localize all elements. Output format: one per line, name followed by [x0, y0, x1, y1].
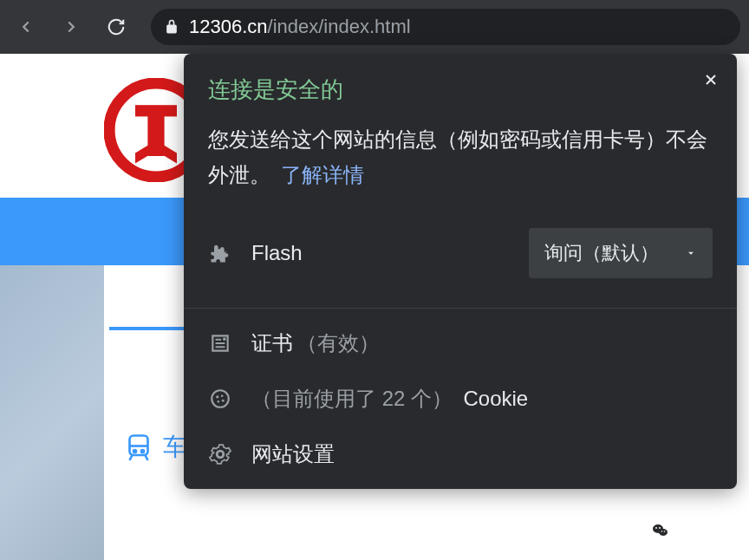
popup-title: 连接是安全的	[208, 75, 713, 105]
wechat-icon	[650, 520, 671, 541]
svg-point-10	[221, 394, 224, 397]
cookie-icon	[208, 387, 232, 411]
divider	[184, 308, 737, 309]
close-button[interactable]	[702, 71, 720, 88]
svg-point-13	[218, 451, 224, 457]
certificate-icon	[208, 331, 232, 355]
cert-status: （有效）	[296, 331, 380, 355]
lock-icon[interactable]	[163, 18, 180, 36]
svg-point-12	[222, 399, 225, 401]
site-settings-label: 网站设置	[251, 440, 335, 468]
flash-label: Flash	[251, 241, 303, 265]
svg-point-20	[664, 531, 666, 532]
site-info-popup: 连接是安全的 您发送给这个网站的信息（例如密码或信用卡号）不会外泄。了解详情 F…	[184, 54, 737, 489]
cookie-row[interactable]: （目前使用了 22 个） Cookie	[184, 371, 737, 427]
svg-point-11	[218, 400, 220, 403]
svg-point-5	[134, 450, 136, 453]
learn-more-link[interactable]: 了解详情	[281, 163, 364, 186]
train-ticket-tab[interactable]: 车	[123, 431, 187, 464]
browser-toolbar: 12306.cn/index/index.html	[0, 0, 749, 54]
train-icon	[123, 432, 154, 463]
svg-point-16	[659, 529, 668, 536]
svg-point-6	[141, 450, 144, 453]
url-text: 12306.cn/index/index.html	[189, 16, 411, 38]
reload-button[interactable]	[99, 10, 134, 44]
back-button[interactable]	[9, 10, 43, 44]
watermark: 量子位	[650, 520, 725, 541]
forward-button[interactable]	[54, 10, 88, 44]
svg-point-19	[661, 531, 663, 532]
address-bar[interactable]: 12306.cn/index/index.html	[151, 9, 740, 45]
cert-label: 证书	[251, 331, 293, 355]
svg-point-17	[655, 527, 657, 529]
gear-icon	[208, 442, 232, 466]
popup-description: 您发送给这个网站的信息（例如密码或信用卡号）不会外泄。了解详情	[184, 115, 737, 211]
certificate-row[interactable]: 证书 （有效）	[184, 316, 737, 371]
svg-rect-7	[223, 337, 225, 340]
background-photo	[0, 265, 104, 560]
cookie-label: Cookie	[464, 387, 529, 410]
plugin-icon	[208, 241, 232, 265]
svg-point-8	[212, 390, 229, 407]
flash-row: Flash 询问（默认）	[184, 211, 737, 301]
chevron-down-icon	[685, 247, 697, 259]
svg-point-9	[216, 395, 218, 398]
flash-dropdown[interactable]: 询问（默认）	[529, 228, 713, 278]
site-settings-row[interactable]: 网站设置	[184, 427, 737, 482]
svg-point-18	[659, 527, 661, 529]
